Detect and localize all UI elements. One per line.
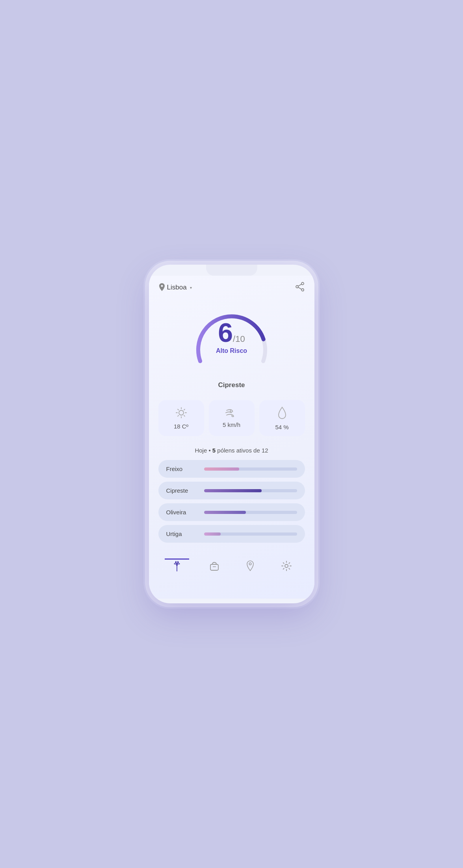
location-label: Lisboa xyxy=(167,284,187,291)
svg-point-0 xyxy=(301,282,304,285)
weather-card-humidity: 54 % xyxy=(259,400,305,436)
nav-item-pollen[interactable] xyxy=(165,558,189,573)
svg-point-23 xyxy=(179,563,180,564)
share-button[interactable] xyxy=(295,282,305,293)
pollen-item-urtiga: Urtiga xyxy=(158,525,305,543)
phone-shell: Lisboa ▾ xyxy=(149,265,314,603)
svg-line-3 xyxy=(298,284,301,286)
dandelion-icon xyxy=(171,560,183,572)
gauge-score: 6 xyxy=(218,317,233,347)
location-area[interactable]: Lisboa ▾ xyxy=(158,283,192,292)
header: Lisboa ▾ xyxy=(158,282,305,293)
bar-track-freixo xyxy=(204,467,297,471)
pollen-list: Freixo Cipreste Oliveira Urtiga xyxy=(158,460,305,543)
svg-line-13 xyxy=(178,415,179,416)
pollen-name-oliveira: Oliveira xyxy=(166,509,198,516)
svg-line-10 xyxy=(178,409,179,410)
pollen-suffix: pólens ativos de 12 xyxy=(216,447,268,454)
bar-fill-urtiga xyxy=(204,532,221,536)
location-icon xyxy=(245,560,255,571)
pollen-prefix: Hoje • xyxy=(195,447,212,454)
pin-icon xyxy=(158,283,165,292)
weather-card-wind: 5 km/h xyxy=(209,400,255,436)
wind-value: 5 km/h xyxy=(223,421,240,428)
phone-content: Lisboa ▾ xyxy=(149,276,314,599)
svg-point-1 xyxy=(301,289,304,291)
bar-fill-oliveira xyxy=(204,511,246,514)
humidity-value: 54 % xyxy=(275,424,288,430)
gauge-container: 6/10 Alto Risco xyxy=(188,300,275,379)
svg-point-27 xyxy=(177,561,179,562)
chevron-down-icon: ▾ xyxy=(190,286,192,290)
weather-card-temperature: 18 Cº xyxy=(158,400,204,436)
gauge-plant: Cipreste xyxy=(218,381,245,389)
pollen-name-freixo: Freixo xyxy=(166,466,198,472)
bar-track-oliveira xyxy=(204,511,297,514)
svg-point-15 xyxy=(176,564,178,566)
nav-item-settings[interactable] xyxy=(275,559,298,573)
bar-fill-freixo xyxy=(204,467,240,471)
svg-line-4 xyxy=(298,287,301,289)
gear-icon xyxy=(281,560,292,571)
weather-cards: 18 Cº 5 km/h 54 % xyxy=(158,400,305,436)
pollen-name-urtiga: Urtiga xyxy=(166,530,198,537)
temperature-value: 18 Cº xyxy=(174,423,188,430)
nav-item-location[interactable] xyxy=(239,559,261,573)
bottom-nav xyxy=(158,555,305,575)
svg-line-12 xyxy=(184,409,184,410)
gauge-section: 6/10 Alto Risco Cipreste xyxy=(158,300,305,389)
bag-icon xyxy=(209,560,220,571)
svg-rect-28 xyxy=(210,564,218,570)
gauge-center-text: 6/10 Alto Risco xyxy=(216,319,247,354)
svg-point-30 xyxy=(285,564,288,568)
drop-icon xyxy=(277,406,287,420)
svg-point-21 xyxy=(174,563,175,564)
gauge-risk-label: Alto Risco xyxy=(216,347,247,354)
bar-fill-cipreste xyxy=(204,489,262,492)
pollen-item-oliveira: Oliveira xyxy=(158,503,305,521)
wind-icon xyxy=(225,406,238,417)
bar-track-urtiga xyxy=(204,532,297,536)
pollen-item-freixo: Freixo xyxy=(158,460,305,478)
pollen-item-cipreste: Cipreste xyxy=(158,482,305,499)
pollen-summary: Hoje • 5 pólens ativos de 12 xyxy=(158,447,305,454)
svg-point-25 xyxy=(175,561,177,562)
phone-notch xyxy=(206,265,257,276)
share-icon xyxy=(295,282,305,291)
svg-point-5 xyxy=(179,410,184,415)
nav-item-shop[interactable] xyxy=(203,559,226,573)
svg-point-2 xyxy=(296,286,298,288)
sun-icon xyxy=(175,406,188,419)
gauge-denom: /10 xyxy=(233,334,245,344)
svg-line-11 xyxy=(184,415,184,416)
pollen-name-cipreste: Cipreste xyxy=(166,487,198,494)
bar-track-cipreste xyxy=(204,489,297,492)
pollen-count: 5 xyxy=(212,447,216,454)
